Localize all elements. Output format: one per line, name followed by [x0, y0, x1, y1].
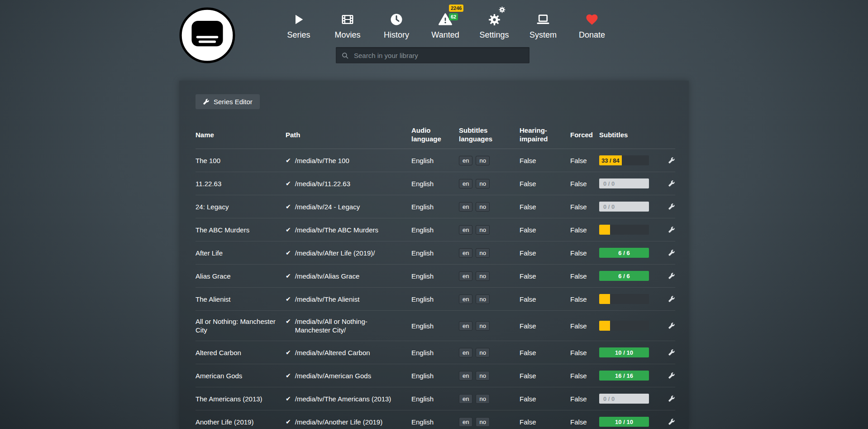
nav-label-series: Series	[287, 30, 310, 40]
wanted-badges: 2246 62	[449, 5, 463, 20]
series-path: /media/tv/11.22.63	[295, 179, 350, 188]
nav-item-donate[interactable]: Donate	[568, 10, 616, 40]
clock-icon	[390, 10, 403, 29]
nav-item-system[interactable]: System	[519, 10, 568, 40]
language-badge: no	[476, 225, 489, 235]
nav-item-history[interactable]: History	[372, 10, 421, 40]
nav-item-settings[interactable]: Settings	[470, 10, 519, 40]
series-name: Another Life (2019)	[196, 418, 286, 426]
forced: False	[570, 371, 599, 380]
bazarr-logo-icon	[178, 6, 236, 64]
heart-icon	[585, 10, 599, 29]
series-path: /media/tv/The ABC Murders	[295, 226, 378, 234]
subtitles-progress-fill: 0 / 0	[599, 202, 649, 212]
edit-series-button[interactable]	[668, 372, 675, 379]
edit-series-button[interactable]	[668, 157, 675, 164]
edit-series-button[interactable]	[668, 180, 675, 187]
warning-icon: 2246 62	[438, 10, 453, 29]
series-editor-button[interactable]: Series Editor	[196, 94, 260, 109]
series-path: /media/tv/24 - Legacy	[295, 202, 360, 211]
path-ok-icon: ✔	[286, 226, 291, 234]
series-editor-panel: Series Editor Name Path Audio language S…	[179, 81, 689, 429]
hearing-impaired: False	[520, 371, 570, 380]
subtitles-progress: 0 / 0	[599, 178, 649, 188]
film-icon	[341, 10, 354, 29]
subtitles-languages: enno	[459, 271, 520, 281]
audio-language: English	[411, 226, 459, 234]
table-row: Another Life (2019) ✔ /media/tv/Another …	[196, 410, 675, 429]
edit-series-button[interactable]	[668, 418, 675, 425]
header-audio: Audio language	[411, 126, 459, 143]
forced: False	[570, 418, 599, 426]
language-badge: en	[459, 248, 472, 258]
nav-label-settings: Settings	[479, 30, 509, 40]
edit-series-button[interactable]	[668, 249, 675, 256]
series-name: 24: Legacy	[196, 202, 286, 211]
nav-item-movies[interactable]: Movies	[323, 10, 372, 40]
bazarr-logo[interactable]	[178, 6, 236, 64]
subtitles-languages: enno	[459, 202, 520, 212]
edit-series-button[interactable]	[668, 322, 675, 329]
series-name: Altered Carbon	[196, 348, 286, 357]
subtitles-progress: 10 / 10	[599, 417, 649, 427]
edit-series-button[interactable]	[668, 349, 675, 356]
series-name: The ABC Murders	[196, 226, 286, 234]
language-badge: en	[459, 225, 472, 235]
subtitles-progress-fill: 10 / 10	[599, 347, 649, 357]
series-name: The 100	[196, 156, 286, 165]
forced: False	[570, 295, 599, 304]
series-path: /media/tv/All or Nothing- Manchester Cit…	[295, 317, 403, 334]
language-badge: en	[459, 417, 472, 427]
audio-language: English	[411, 202, 459, 211]
nav-item-wanted[interactable]: 2246 62 Wanted	[421, 10, 470, 40]
language-badge: no	[476, 321, 489, 331]
language-badge: en	[459, 179, 472, 188]
language-badge: no	[476, 371, 489, 381]
series-path: /media/tv/Another Life (2019)	[295, 418, 382, 426]
language-badge: no	[476, 348, 489, 357]
edit-series-button[interactable]	[668, 295, 675, 303]
language-badge: no	[476, 271, 489, 281]
table-header: Name Path Audio language Subtitles langu…	[196, 123, 675, 149]
series-name: The Americans (2013)	[196, 395, 286, 403]
header-path: Path	[286, 130, 411, 139]
hearing-impaired: False	[520, 395, 570, 403]
edit-series-button[interactable]	[668, 272, 675, 280]
search-input[interactable]	[353, 51, 524, 60]
hearing-impaired: False	[520, 202, 570, 211]
subtitles-progress: 33 / 84	[599, 155, 649, 165]
series-name: Alias Grace	[196, 272, 286, 280]
forced: False	[570, 156, 599, 165]
hearing-impaired: False	[520, 418, 570, 426]
language-badge: en	[459, 394, 472, 404]
nav-item-series[interactable]: Series	[274, 10, 323, 40]
nav-label-history: History	[384, 30, 409, 40]
path-ok-icon: ✔	[286, 395, 291, 403]
edit-series-button[interactable]	[668, 226, 675, 233]
subtitles-progress: 16 / 16	[599, 371, 649, 381]
header-sublang: Subtitles languages	[459, 126, 520, 143]
audio-language: English	[411, 371, 459, 380]
subtitles-languages: enno	[459, 371, 520, 381]
search-bar	[336, 47, 529, 63]
subtitles-progress: 6 / 6	[599, 248, 649, 258]
forced: False	[570, 202, 599, 211]
gear-small-icon	[499, 6, 506, 15]
series-path: /media/tv/After Life (2019)/	[295, 249, 375, 257]
subtitles-languages: enno	[459, 225, 520, 235]
language-badge: no	[476, 179, 489, 188]
search-icon	[341, 52, 349, 59]
path-ok-icon: ✔	[286, 295, 291, 304]
edit-series-button[interactable]	[668, 203, 675, 210]
subtitles-languages: enno	[459, 417, 520, 427]
subtitles-languages: enno	[459, 348, 520, 357]
path-ok-icon: ✔	[286, 317, 291, 326]
series-name: After Life	[196, 249, 286, 257]
subtitles-progress	[599, 294, 649, 304]
audio-language: English	[411, 418, 459, 426]
audio-language: English	[411, 395, 459, 403]
subtitles-languages: enno	[459, 394, 520, 404]
forced: False	[570, 322, 599, 330]
edit-series-button[interactable]	[668, 395, 675, 402]
table-row: Altered Carbon ✔ /media/tv/Altered Carbo…	[196, 341, 675, 364]
